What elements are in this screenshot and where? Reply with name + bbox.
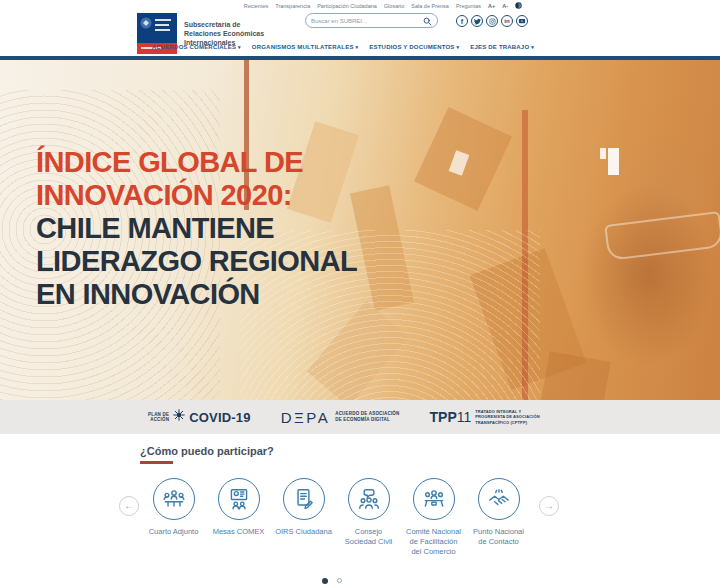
- hero-collage-shape: [537, 351, 611, 400]
- chevron-down-icon: ▾: [457, 44, 460, 50]
- pagination-dot-active[interactable]: [322, 578, 328, 584]
- search-input[interactable]: [311, 18, 423, 24]
- nav-organismos-multilaterales[interactable]: ORGANISMOS MULTILATERALES▾: [252, 44, 359, 50]
- topbar-link-preguntas[interactable]: Preguntas: [456, 3, 481, 9]
- covid19-action-plan-link[interactable]: PLAN DE ACCIÓN COVID-19: [148, 408, 251, 426]
- participate-item-label: Cuarto Adjunto: [149, 527, 199, 537]
- participate-item-consejo-sociedad-civil[interactable]: Consejo Sociedad Civil: [336, 478, 401, 547]
- tpp11-link[interactable]: TPP11 TRATADO INTEGRAL Y PROGRESISTA DE …: [430, 409, 540, 425]
- hero-banner-slide[interactable]: ÍNDICE GLOBAL DE INNOVACIÓN 2020: CHILE …: [0, 60, 720, 400]
- carousel-prev-button[interactable]: ←: [119, 496, 139, 516]
- depa-logo: DΞPA: [281, 409, 330, 426]
- document-pencil-icon: [283, 478, 325, 520]
- linkedin-icon[interactable]: in: [501, 15, 513, 27]
- depa-link[interactable]: DΞPA ACUERDO DE ASOCIACIÓN DE ECONOMÍA D…: [281, 409, 400, 426]
- hero-headline: ÍNDICE GLOBAL DE INNOVACIÓN 2020: CHILE …: [36, 146, 357, 311]
- section-title: ¿Cómo puedo participar?: [140, 445, 274, 457]
- participate-item-label: Punto Nacional de Contacto: [469, 527, 529, 547]
- committee-table-icon: [413, 478, 455, 520]
- hero-white-block: [600, 148, 606, 159]
- participate-item-oirs[interactable]: OIRS Ciudadana: [271, 478, 336, 537]
- participate-carousel: ← Cuarto Adjunto Me: [119, 478, 559, 557]
- participate-item-cuarto-adjunto[interactable]: Cuarto Adjunto: [141, 478, 206, 537]
- nav-estudios-documentos[interactable]: ESTUDIOS Y DOCUMENTOS▾: [369, 44, 459, 50]
- participate-item-label: Consejo Sociedad Civil: [339, 527, 399, 547]
- site-header: Subsecretaría de Relaciones Económicas I…: [137, 11, 532, 56]
- tpp11-description: TRATADO INTEGRAL Y PROGRESISTA DE ASOCIA…: [475, 409, 539, 425]
- font-increase-button[interactable]: A+: [488, 3, 495, 9]
- topbar-link-participacion[interactable]: Participación Ciudadana: [317, 3, 377, 9]
- font-decrease-button[interactable]: A-: [502, 3, 508, 9]
- chevron-down-icon: ▾: [531, 44, 534, 50]
- twitter-icon[interactable]: [471, 15, 483, 27]
- meeting-table-icon: [153, 478, 195, 520]
- virus-icon: [172, 408, 186, 426]
- depa-description: ACUERDO DE ASOCIACIÓN DE ECONOMÍA DIGITA…: [335, 411, 399, 423]
- chevron-down-icon: ▾: [238, 44, 241, 50]
- facebook-icon[interactable]: f: [456, 15, 468, 27]
- topbar-link-glosario[interactable]: Glosario: [384, 3, 404, 9]
- search-icon[interactable]: [423, 12, 432, 30]
- utility-topbar: Recientes Transparencia Participación Ci…: [0, 0, 720, 11]
- programs-strip: PLAN DE ACCIÓN COVID-19 DΞPA ACUERDO DE …: [0, 400, 720, 434]
- participate-section: ¿Cómo puedo participar? ← Cuarto Adjunto: [0, 434, 720, 588]
- participate-item-label: Mesas COMEX: [213, 527, 265, 537]
- contrast-icon[interactable]: [515, 2, 522, 9]
- group-speech-icon: [348, 478, 390, 520]
- chevron-down-icon: ▾: [356, 44, 359, 50]
- handshake-icon: [478, 478, 520, 520]
- participate-item-comite-facilitacion[interactable]: Comité Nacional de Facilitación del Come…: [401, 478, 466, 557]
- hero-white-block: [608, 148, 619, 175]
- participate-item-mesas-comex[interactable]: Mesas COMEX: [206, 478, 271, 537]
- tpp11-logo: TPP11: [430, 409, 472, 425]
- participate-item-label: Comité Nacional de Facilitación del Come…: [404, 527, 464, 557]
- youtube-icon[interactable]: [516, 15, 528, 27]
- nav-ejes-trabajo[interactable]: EJES DE TRABAJO▾: [470, 44, 534, 50]
- presentation-board-icon: [218, 478, 260, 520]
- title-underline: [140, 461, 173, 464]
- covid19-label: COVID-19: [189, 410, 251, 425]
- search-box: [305, 13, 438, 28]
- topbar-link-transparencia[interactable]: Transparencia: [275, 3, 310, 9]
- carousel-pagination: [137, 571, 527, 588]
- instagram-icon[interactable]: [486, 15, 498, 27]
- carousel-next-button[interactable]: →: [539, 496, 559, 516]
- pagination-dot[interactable]: [337, 578, 342, 583]
- topbar-link-recientes[interactable]: Recientes: [244, 3, 268, 9]
- social-links: f in: [456, 15, 528, 27]
- participate-item-label: OIRS Ciudadana: [275, 527, 332, 537]
- participate-item-punto-nacional[interactable]: Punto Nacional de Contacto: [466, 478, 531, 547]
- topbar-link-sala-de-prensa[interactable]: Sala de Prensa: [411, 3, 449, 9]
- nav-acuerdos-comerciales[interactable]: ACUERDOS COMERCIALES▾: [152, 44, 241, 50]
- safety-glasses-shape: [604, 211, 720, 261]
- main-nav: ACUERDOS COMERCIALES▾ ORGANISMOS MULTILA…: [137, 44, 534, 50]
- plan-de-accion-label: PLAN DE ACCIÓN: [148, 412, 169, 423]
